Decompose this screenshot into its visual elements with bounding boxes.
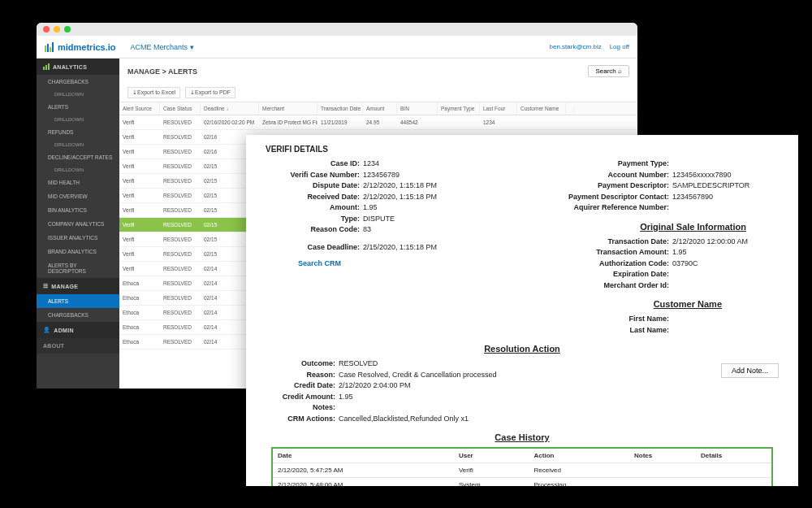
k-tdate: Transaction Date: [534,237,672,248]
table-cell: RESOLVED [160,145,201,158]
table-cell: RESOLVED [160,189,201,202]
column-header[interactable]: BIN [397,102,438,115]
sidebar-section-about[interactable]: ABOUT [37,338,119,354]
top-bar: midmetrics.io ACME Merchants ▾ ben.stark… [37,36,637,59]
table-cell: Verifi [119,262,160,276]
table-row[interactable]: 2/12/2020, 5:47:25 AMVerifiReceived [272,463,772,478]
table-cell: Ethoca [119,306,160,319]
table-cell: Ethoca [119,335,160,349]
sidebar-item[interactable]: MID OVERVIEW [37,189,119,203]
table-cell: 1234 [480,115,517,129]
column-header[interactable]: Transaction Date [317,102,363,115]
v-rdate: 2/12/2020, 1:15:18 PM [363,192,437,203]
table-cell: RESOLVED [160,115,201,129]
sidebar-item[interactable]: ALERTS [37,100,119,114]
svg-rect-0 [45,46,46,52]
table-row[interactable]: 2/12/2020, 5:48:00 AMSystemProcessing [272,478,772,487]
sidebar-section-analytics[interactable]: ANALYTICS [37,59,119,75]
sidebar-item[interactable]: BIN ANALYTICS [37,203,119,217]
table-cell [696,463,772,478]
sidebar-item[interactable]: ISSUER ANALYTICS [37,231,119,245]
table-cell: RESOLVED [160,306,201,319]
sidebar-item[interactable]: ALERTS BY DESCRIPTORS [37,258,119,278]
column-header[interactable]: Case Status [160,102,201,115]
k-credit-date: Credit Date: [266,380,339,392]
breadcrumb: MANAGE > ALERTS Search ⌕ [119,59,637,84]
sidebar-item[interactable]: MID HEALTH [37,176,119,189]
k-vcase: Verifi Case Number: [266,170,363,181]
search-button[interactable]: Search ⌕ [588,65,629,77]
k-type: Type: [266,214,363,225]
table-cell: Verifi [119,189,160,202]
table-cell: RESOLVED [160,218,201,232]
table-cell: Ethoca [119,276,160,290]
window-titlebar [37,23,637,36]
merchant-dropdown[interactable]: ACME Merchants ▾ [131,43,194,51]
sidebar-item[interactable]: REFUNDS [37,125,119,139]
sidebar-item[interactable]: DRILLDOWN [37,89,119,100]
sidebar-item[interactable]: DRILLDOWN [37,114,119,125]
table-cell: 11/21/2019 [317,115,363,129]
sidebar: ANALYTICS CHARGEBACKSDRILLDOWNALERTSDRIL… [37,59,119,389]
user-link[interactable]: ben.stark@cm.biz [550,43,602,50]
sidebar-item[interactable]: CHARGEBACKS [37,308,119,322]
svg-rect-4 [43,67,45,70]
v-rc: 83 [363,224,371,236]
table-cell: Verifi [119,174,160,188]
close-icon[interactable] [43,26,50,33]
breadcrumb-text: MANAGE > ALERTS [127,67,197,76]
column-header[interactable]: Last Four [480,102,517,115]
search-crm-link[interactable]: Search CRM [298,259,341,267]
v-crm-actions: Cancelled,Blacklisted,Refunded Only x1 [339,414,469,425]
export-pdf-button[interactable]: ⤓Export to PDF [185,87,235,98]
table-row[interactable]: VerifiRESOLVED02/16/2020 02:20 PMZebra I… [119,115,637,130]
table-cell: Processing [529,478,630,487]
k-pt: Payment Type: [534,158,672,170]
column-header: Details [696,448,772,463]
k-rdate: Received Date: [266,192,363,203]
sidebar-item[interactable]: DECLINE/ACCEPT RATES [37,150,119,164]
export-bar: ⤓Export to Excel ⤓Export to PDF [119,84,637,102]
svg-rect-5 [45,65,47,70]
logoff-link[interactable]: Log off [610,43,629,50]
k-fn: First Name: [534,314,672,325]
brand-logo[interactable]: midmetrics.io [45,42,116,52]
minimize-icon[interactable] [54,26,60,33]
table-cell: Verifi [119,247,160,261]
column-header[interactable]: Merchant [259,102,317,115]
column-header[interactable]: Deadline ↓ [201,102,259,115]
sidebar-manage-label: MANAGE [51,284,78,289]
v-cdl: 2/15/2020, 1:15:18 PM [363,242,437,254]
column-header[interactable]: Customer Name [517,102,566,115]
export-excel-button[interactable]: ⤓Export to Excel [127,87,180,98]
column-header[interactable]: Alert Source [119,102,160,115]
sidebar-item[interactable]: DRILLDOWN [37,139,119,150]
k-crm-actions: CRM Actions: [266,414,339,425]
table-cell: RESOLVED [160,262,201,276]
column-header[interactable]: Payment Type [438,102,480,115]
sidebar-section-manage[interactable]: ☰ MANAGE [37,278,119,294]
sidebar-item[interactable]: CHARGEBACKS [37,75,119,89]
k-case-id: Case ID: [266,158,363,170]
sidebar-item[interactable]: BRAND ANALYTICS [37,245,119,258]
table-cell: Ethoca [119,291,160,305]
k-arn: Aquirer Reference Number: [534,202,672,214]
detail-title: VERIFI DETAILS [266,145,779,154]
k-exp: Expiration Date: [534,269,672,280]
column-header[interactable] [566,106,574,112]
sidebar-about-label: ABOUT [43,343,64,349]
v-case-id: 1234 [363,158,379,170]
sidebar-item[interactable]: DRILLDOWN [37,164,119,176]
column-header: Date [272,448,454,463]
sidebar-section-admin[interactable]: 👤 ADMIN [37,322,119,338]
sidebar-item[interactable]: ALERTS [37,294,119,308]
column-header[interactable]: Amount [363,102,397,115]
sidebar-item[interactable]: COMPANY ANALYTICS [37,217,119,231]
analytics-icon [43,63,50,70]
maximize-icon[interactable] [64,26,71,33]
case-history-title: Case History [266,432,779,442]
k-tamt: Transaction Amount: [534,247,672,258]
add-note-button[interactable]: Add Note... [721,363,779,378]
v-vcase: 123456789 [363,170,400,181]
k-reason: Reason: [266,370,339,381]
